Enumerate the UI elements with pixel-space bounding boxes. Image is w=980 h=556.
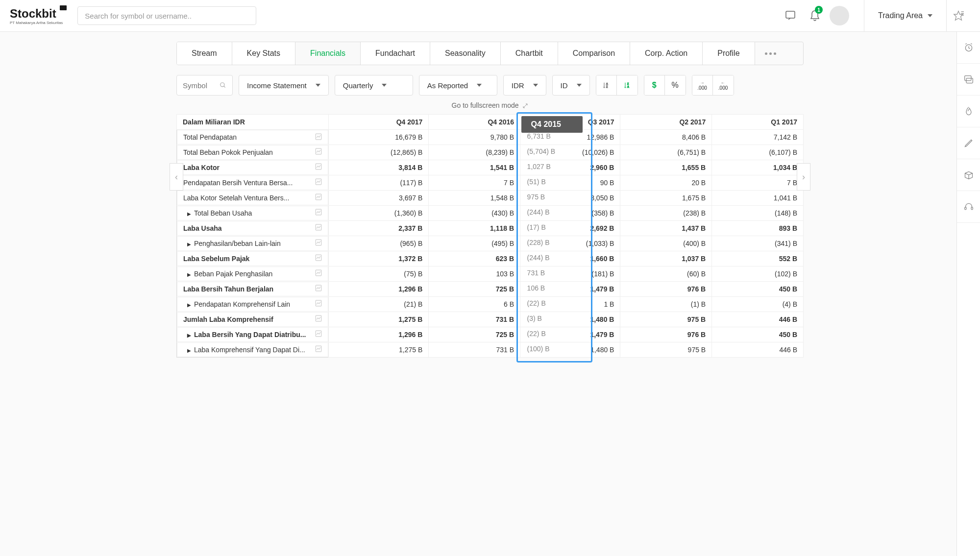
row-label-cell[interactable]: Laba Usaha	[177, 221, 328, 236]
table-cell: 725 B	[429, 282, 520, 297]
row-label-cell[interactable]: ▶Pendapatan Komprehensif Lain	[177, 297, 328, 312]
row-label-cell[interactable]: Total Beban Pokok Penjualan	[177, 145, 328, 160]
symbol-search[interactable]	[176, 75, 233, 96]
table-row: Jumlah Laba Komprehensif1,275 B731 B1,48…	[177, 312, 804, 327]
tab-chartbit[interactable]: Chartbit	[501, 42, 558, 65]
watchlist-star-icon[interactable]	[947, 10, 970, 21]
mini-chart-icon[interactable]	[315, 345, 322, 354]
row-label-cell[interactable]: Pendapatan Bersih Ventura Bersa...	[177, 175, 328, 190]
hover-column-value: (244) B	[527, 254, 550, 262]
tab-corp-action[interactable]: Corp. Action	[630, 42, 703, 65]
trading-area-dropdown[interactable]: Trading Area	[864, 0, 947, 32]
row-label-cell[interactable]: ▶Laba Bersih Yang Dapat Diatribu...	[177, 327, 328, 342]
statement-dropdown[interactable]: Income Statement	[239, 75, 329, 96]
table-row: Total Beban Pokok Penjualan(12,865) B(8,…	[177, 145, 804, 160]
row-label-cell[interactable]: ▶Total Beban Usaha	[177, 206, 328, 220]
tab-fundachart[interactable]: Fundachart	[361, 42, 430, 65]
rail-box-icon[interactable]	[957, 159, 980, 191]
locale-dropdown[interactable]: ID	[552, 75, 590, 96]
expand-icon[interactable]: ▶	[187, 242, 191, 247]
notification-icon[interactable]: 1	[806, 7, 824, 24]
period-dropdown[interactable]: Quarterly	[335, 75, 413, 96]
tab-comparison[interactable]: Comparison	[558, 42, 630, 65]
messages-icon[interactable]	[783, 7, 800, 24]
table-next-button[interactable]: ›	[797, 163, 810, 191]
expand-icon[interactable]: ▶	[187, 211, 191, 217]
percent-button[interactable]: %	[665, 75, 686, 95]
avatar[interactable]	[830, 6, 849, 25]
table-cell: (6,107) B	[712, 145, 804, 160]
rail-headset-icon[interactable]	[957, 191, 980, 223]
chevron-down-icon	[477, 84, 482, 87]
mini-chart-icon[interactable]	[315, 300, 322, 308]
fullscreen-link[interactable]: Go to fullscreen mode	[176, 101, 804, 109]
table-cell: 1,034 B	[712, 160, 804, 175]
table-header-col[interactable]: Q4 2017	[329, 115, 429, 130]
rail-pencil-icon[interactable]	[957, 127, 980, 159]
table-cell: (400) B	[620, 236, 712, 251]
mini-chart-icon[interactable]	[315, 269, 322, 278]
sort-az-button[interactable]: AZ	[596, 75, 617, 95]
chevron-down-icon	[382, 84, 387, 87]
tab-more-button[interactable]	[755, 42, 786, 65]
basis-dropdown[interactable]: As Reported	[419, 75, 497, 96]
row-label-cell[interactable]: ▶Laba Komprehensif Yang Dapat Di...	[177, 342, 328, 357]
mini-chart-icon[interactable]	[315, 193, 322, 202]
tab-financials[interactable]: Financials	[295, 42, 361, 65]
expand-icon[interactable]: ▶	[187, 333, 191, 338]
row-label-cell[interactable]: Total Pendapatan	[177, 130, 328, 145]
logo-accent	[60, 5, 67, 10]
table-cell: 8,406 B	[620, 130, 712, 145]
mini-chart-icon[interactable]	[315, 148, 322, 156]
mini-chart-icon[interactable]	[315, 315, 322, 323]
tab-profile[interactable]: Profile	[703, 42, 755, 65]
table-cell: 1,041 B	[712, 191, 804, 206]
row-label-cell[interactable]: Laba Kotor Setelah Ventura Bers...	[177, 191, 328, 205]
currency-dropdown[interactable]: IDR	[503, 75, 546, 96]
mini-chart-icon[interactable]	[315, 163, 322, 171]
chevron-down-icon	[928, 14, 932, 17]
table-prev-button[interactable]: ‹	[170, 163, 183, 191]
table-cell: 9,780 B	[429, 130, 520, 145]
row-label-cell[interactable]: Laba Sebelum Pajak	[177, 251, 328, 266]
table-cell: 1,541 B	[429, 160, 520, 175]
mini-chart-icon[interactable]	[315, 133, 322, 142]
row-label-cell[interactable]: ▶Beban Pajak Penghasilan	[177, 266, 328, 281]
sort-za-button[interactable]: ZA	[617, 75, 637, 95]
row-label-cell[interactable]: Jumlah Laba Komprehensif	[177, 312, 328, 327]
tab-stream[interactable]: Stream	[177, 42, 232, 65]
mini-chart-icon[interactable]	[315, 254, 322, 263]
svg-rect-0	[786, 11, 795, 18]
table-header-col[interactable]: Q2 2017	[620, 115, 712, 130]
rail-alarm-icon[interactable]	[957, 32, 980, 64]
expand-icon[interactable]: ▶	[187, 302, 191, 308]
rail-fire-icon[interactable]	[957, 96, 980, 127]
decimal-increase-button[interactable]: →.000	[692, 75, 713, 95]
row-label-cell[interactable]: Laba Bersih Tahun Berjalan	[177, 282, 328, 296]
search-input[interactable]	[77, 6, 256, 25]
table-cell: 976 B	[620, 282, 712, 297]
mini-chart-icon[interactable]	[315, 224, 322, 232]
rail-chat-icon[interactable]	[957, 64, 980, 96]
decimal-decrease-button[interactable]: ←.000	[713, 75, 734, 95]
table-cell: 446 B	[712, 342, 804, 358]
symbol-input-field[interactable]	[183, 81, 212, 90]
hover-column-value: (228) B	[527, 239, 550, 246]
table-header-col[interactable]: Q4 2016	[429, 115, 520, 130]
tab-key-stats[interactable]: Key Stats	[232, 42, 295, 65]
dollar-button[interactable]: $	[644, 75, 665, 95]
tab-seasonality[interactable]: Seasonality	[430, 42, 501, 65]
table-header-col[interactable]: Q1 2017	[712, 115, 804, 130]
mini-chart-icon[interactable]	[315, 178, 322, 187]
logo[interactable]: Stockbit PT Mahakarya Artha Sekuritas	[10, 7, 63, 25]
row-label-cell[interactable]: Laba Kotor	[177, 160, 328, 175]
mini-chart-icon[interactable]	[315, 285, 322, 293]
table-cell: 623 B	[429, 251, 520, 266]
mini-chart-icon[interactable]	[315, 239, 322, 247]
table-row: Laba Kotor3,814 B1,541 B2,960 B1,655 B1,…	[177, 160, 804, 175]
expand-icon[interactable]: ▶	[187, 272, 191, 277]
expand-icon[interactable]: ▶	[187, 348, 191, 353]
row-label-cell[interactable]: ▶Penghasilan/beban Lain-lain	[177, 236, 328, 251]
mini-chart-icon[interactable]	[315, 209, 322, 217]
mini-chart-icon[interactable]	[315, 330, 322, 338]
